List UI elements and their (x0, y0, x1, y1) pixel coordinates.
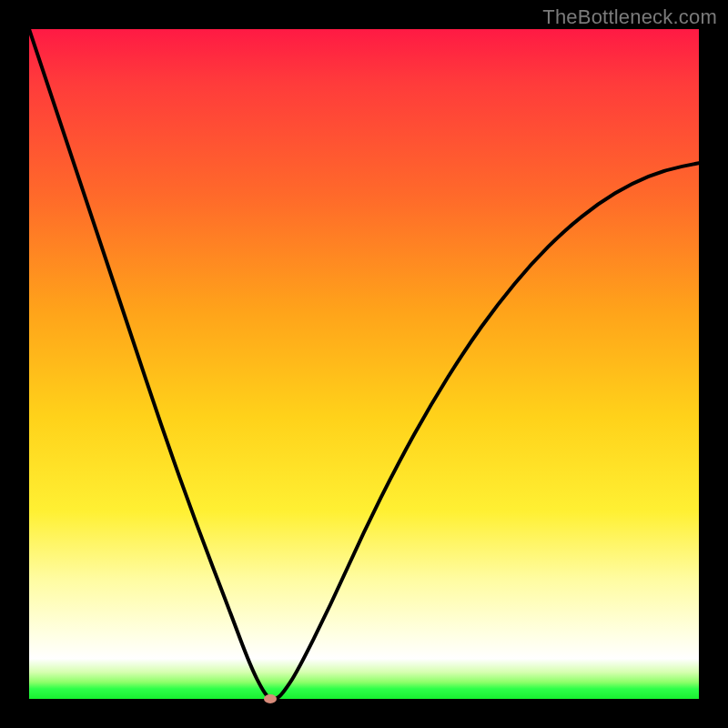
chart-frame: TheBottleneck.com (0, 0, 728, 728)
plot-area (29, 29, 699, 699)
bottleneck-curve (29, 29, 699, 699)
watermark-text: TheBottleneck.com (542, 5, 717, 29)
optimum-marker-icon (264, 694, 277, 703)
